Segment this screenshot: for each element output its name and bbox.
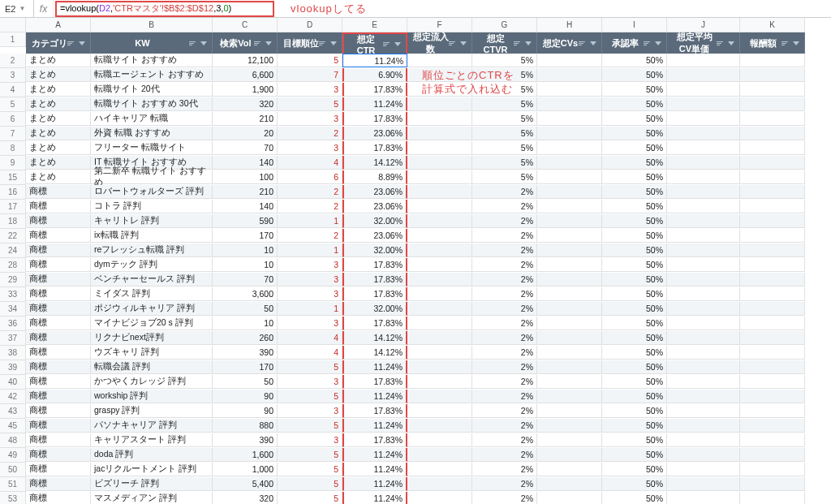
cell-keyword[interactable]: 外資 転職 おすすめ [91,127,213,140]
cell-keyword[interactable]: ウズキャリ 評判 [91,346,213,360]
cell-reward[interactable] [740,390,805,403]
cell-volume[interactable]: 5,400 [213,477,278,491]
cell-rank[interactable]: 3 [278,433,342,447]
row-header[interactable]: 34 [0,302,26,317]
cell-cvs[interactable] [537,433,602,447]
cell-reward[interactable] [740,83,805,97]
cell-inflow[interactable] [407,331,472,345]
row-header[interactable]: 51 [0,477,26,492]
cell-approval[interactable]: 50% [602,273,667,286]
cell-ctr[interactable]: 23.06% [342,229,407,243]
cell-volume[interactable]: 50 [213,302,278,316]
col-header-A[interactable]: A [26,18,91,32]
row-header[interactable]: 7 [0,127,26,141]
cell-category[interactable]: 商標 [26,258,91,272]
filter-icon[interactable] [460,41,467,45]
cell-avgcv[interactable] [667,156,740,170]
cell-ctr[interactable]: 17.83% [342,287,407,301]
cell-approval[interactable]: 50% [602,404,667,418]
cell-reward[interactable] [740,273,805,286]
cell-reward[interactable] [740,68,805,82]
cell-ctvr[interactable]: 5% [472,54,537,67]
cell-inflow[interactable] [407,170,472,184]
cell-cvs[interactable] [537,141,602,155]
cell-ctr[interactable]: 23.06% [342,200,407,213]
cell-volume[interactable]: 3,600 [213,287,278,301]
cell-avgcv[interactable] [667,331,740,345]
cell-rank[interactable]: 5 [278,360,342,374]
cell-inflow[interactable] [407,317,472,330]
cell-volume[interactable]: 10 [213,317,278,330]
cell-inflow[interactable] [407,273,472,286]
cell-avgcv[interactable] [667,404,740,418]
cell-inflow[interactable] [407,127,472,140]
row-header[interactable]: 45 [0,419,26,433]
cell-reward[interactable] [740,346,805,360]
cell-approval[interactable]: 50% [602,477,667,491]
cell-inflow[interactable] [407,448,472,462]
cell-rank[interactable]: 5 [278,448,342,462]
row-header[interactable]: 53 [0,492,26,504]
cell-rank[interactable]: 6 [278,170,342,184]
cell-ctr[interactable]: 23.06% [342,127,407,140]
cell-inflow[interactable] [407,68,472,82]
cell-category[interactable]: 商標 [26,433,91,447]
cell-reward[interactable] [740,477,805,491]
cell-ctr[interactable]: 17.83% [342,273,407,286]
cell-rank[interactable]: 5 [278,477,342,491]
cell-cvs[interactable] [537,97,602,111]
cell-volume[interactable]: 6,600 [213,68,278,82]
row-header[interactable]: 29 [0,273,26,287]
cell-category[interactable]: 商標 [26,346,91,360]
cell-ctvr[interactable]: 2% [472,390,537,403]
cell-reward[interactable] [740,331,805,345]
cell-volume[interactable]: 590 [213,214,278,228]
cell-ctvr[interactable]: 2% [472,463,537,476]
cell-volume[interactable]: 10 [213,258,278,272]
filter-icon[interactable] [793,41,799,45]
cell-keyword[interactable]: 転職サイト 20代 [91,83,213,97]
cell-approval[interactable]: 50% [602,185,667,199]
cell-keyword[interactable]: dymテック 評判 [91,258,213,272]
cell-cvs[interactable] [537,404,602,418]
cell-avgcv[interactable] [667,375,740,389]
cell-ctr[interactable]: 17.83% [342,112,407,126]
cell-category[interactable]: 商標 [26,287,91,301]
column-header[interactable]: 想定CVs [537,32,602,54]
cell-cvs[interactable] [537,331,602,345]
cell-reward[interactable] [740,419,805,433]
cell-category[interactable]: まとめ [26,141,91,155]
cell-reward[interactable] [740,404,805,418]
col-header-H[interactable]: H [537,18,602,32]
col-header-E[interactable]: E [342,18,407,32]
cell-ctvr[interactable]: 2% [472,258,537,272]
cell-inflow[interactable] [407,404,472,418]
cell-volume[interactable]: 90 [213,390,278,403]
cell-cvs[interactable] [537,229,602,243]
cell-approval[interactable]: 50% [602,258,667,272]
cell-avgcv[interactable] [667,112,740,126]
cell-rank[interactable]: 5 [278,54,342,67]
cell-ctvr[interactable]: 2% [472,185,537,199]
row-header[interactable]: 2 [0,54,26,68]
row-header[interactable]: 8 [0,141,26,156]
cell-ctr[interactable]: 14.12% [342,156,407,170]
cell-reward[interactable] [740,127,805,140]
col-header-B[interactable]: B [91,18,213,32]
cell-reward[interactable] [740,214,805,228]
cell-cvs[interactable] [537,302,602,316]
cell-volume[interactable]: 210 [213,185,278,199]
col-header-I[interactable]: I [602,18,667,32]
cell-avgcv[interactable] [667,492,740,504]
cell-avgcv[interactable] [667,317,740,330]
cell-ctr[interactable]: 11.24% [342,54,407,67]
filter-icon[interactable] [79,41,85,45]
cell-ctvr[interactable]: 2% [472,360,537,374]
cell-rank[interactable]: 3 [278,141,342,155]
row-header[interactable]: 40 [0,375,26,390]
cell-avgcv[interactable] [667,433,740,447]
cell-avgcv[interactable] [667,68,740,82]
row-header[interactable]: 18 [0,214,26,229]
cell-category[interactable]: まとめ [26,156,91,170]
cell-keyword[interactable]: 転職会議 評判 [91,360,213,374]
